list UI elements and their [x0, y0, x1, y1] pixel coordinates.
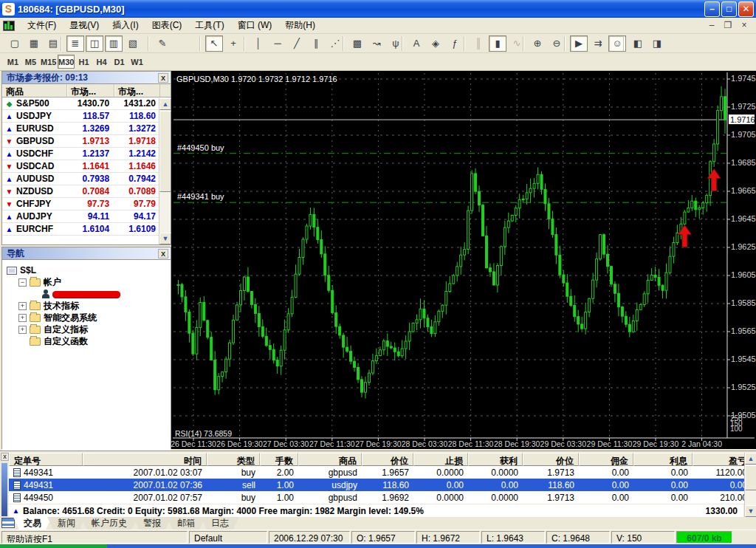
timeframe-m1[interactable]: M1 — [4, 55, 21, 69]
scroll-down-icon[interactable]: ▼ — [745, 505, 756, 517]
nav-item-自定义函数[interactable]: 自定义函数 — [2, 335, 171, 347]
nav-item-account-redacted[interactable] — [2, 288, 171, 300]
mdi-minimize-button[interactable]: – — [706, 21, 718, 31]
arrow-tool-icon[interactable]: ↝ — [368, 35, 385, 52]
quote-row-eurusd[interactable]: ▲EURUSD1.32691.3272 — [2, 123, 159, 135]
nav-item-智能交易系统[interactable]: +智能交易系统 — [2, 312, 171, 323]
vertical-line-icon[interactable]: │ — [250, 35, 267, 52]
menu-item-1[interactable]: 显视(V) — [63, 17, 106, 34]
orders-column-2[interactable]: 类型 — [207, 453, 260, 466]
market-watch-column-1[interactable]: 市场... — [67, 84, 114, 97]
menu-item-0[interactable]: 文件(F) — [21, 17, 63, 34]
menu-item-2[interactable]: 插入(I) — [106, 17, 145, 34]
quote-row-usdjpy[interactable]: ▲USDJPY118.57118.60 — [2, 110, 159, 123]
timeframe-m15[interactable]: M15 — [40, 55, 57, 69]
zoom-in-icon[interactable]: ⊕ — [529, 35, 546, 52]
trendline-icon[interactable]: ╱ — [288, 35, 306, 52]
timeframe-m5[interactable]: M5 — [22, 55, 39, 69]
meta-editor-icon[interactable]: ✎ — [154, 35, 171, 52]
nav-item-自定义指标[interactable]: +自定义指标 — [2, 323, 171, 335]
mdi-restore-button[interactable]: ❐ — [722, 21, 734, 31]
tab-帐户历史[interactable]: 帐户历史 — [81, 517, 137, 530]
close-button[interactable]: ✕ — [738, 1, 754, 17]
menu-item-3[interactable]: 图表(C) — [145, 17, 189, 34]
tab-警报[interactable]: 警报 — [133, 517, 171, 530]
auto-scroll-icon[interactable]: ▶ — [570, 35, 588, 52]
minimize-button[interactable]: – — [704, 1, 720, 17]
terminal-toggle-icon[interactable]: ▥ — [105, 35, 123, 52]
timeframe-m30[interactable]: M30 — [58, 55, 75, 69]
maximize-button[interactable]: □ — [721, 1, 737, 17]
orders-column-5[interactable]: 价位 — [362, 453, 413, 466]
timeframe-d1[interactable]: D1 — [111, 55, 128, 69]
scroll-up-icon[interactable]: ▲ — [745, 453, 756, 465]
candlestick-chart-icon[interactable]: ▮ — [489, 35, 506, 52]
text-tool-icon[interactable]: A — [408, 35, 425, 52]
orders-column-6[interactable]: 止损 — [413, 453, 468, 466]
tab-交易[interactable]: 交易 — [13, 517, 52, 530]
print-icon[interactable]: ▤ — [44, 35, 62, 52]
orders-column-8[interactable]: 价位 — [523, 453, 579, 466]
indicators-icon[interactable]: ƒ — [446, 35, 464, 52]
navigator-toggle-icon[interactable]: ◫ — [86, 35, 103, 52]
channel-icon[interactable]: ∥ — [307, 35, 325, 52]
quote-row-nzdusd[interactable]: ▼NZDUSD0.70840.7089 — [2, 185, 159, 198]
quote-row-audjpy[interactable]: ▲AUDJPY94.1194.17 — [2, 210, 159, 223]
orders-column-9[interactable]: 佣金 — [579, 453, 633, 466]
market-watch-column-0[interactable]: 商品 — [2, 84, 67, 97]
quote-row-usdcad[interactable]: ▼USDCAD1.16411.1646 — [2, 160, 159, 173]
cursor-icon[interactable]: ↖ — [205, 35, 223, 52]
market-watch-caption[interactable]: 市场参考报价: 09:13 x — [2, 72, 171, 84]
expand-icon[interactable]: + — [18, 302, 27, 310]
nav-item-S$L[interactable]: S$L — [2, 264, 171, 276]
timeframe-h1[interactable]: H1 — [75, 55, 92, 69]
orders-column-7[interactable]: 获利 — [468, 453, 523, 466]
tab-新闻[interactable]: 新闻 — [47, 517, 86, 530]
quote-row-eurchf[interactable]: ▲EURCHF1.61041.6109 — [2, 223, 159, 236]
chart-shift-icon[interactable]: ⇉ — [589, 35, 607, 52]
fibonacci-icon[interactable]: ⋰ — [326, 35, 344, 52]
new-order-icon[interactable]: ▧ — [124, 35, 142, 52]
orders-column-3[interactable]: 手数 — [260, 453, 298, 466]
orders-column-0[interactable]: 定单号 — [9, 453, 83, 466]
order-row-449341[interactable]: 4493412007.01.02 03:07buy2.00gbpusd1.965… — [9, 466, 752, 479]
shapes-tool-icon[interactable]: ◈ — [427, 35, 444, 52]
profiles-icon[interactable]: ◧ — [629, 35, 647, 52]
market-watch-close-icon[interactable]: x — [158, 73, 168, 83]
scroll-up-icon[interactable]: ▲ — [159, 98, 171, 110]
orders-column-4[interactable]: 商品 — [298, 453, 362, 466]
crosshair-icon[interactable]: + — [224, 35, 242, 52]
orders-column-10[interactable]: 利息 — [633, 453, 693, 466]
expand-icon[interactable]: + — [18, 314, 27, 322]
navigator-caption[interactable]: 导航 x — [2, 247, 171, 260]
quote-row-s&p500[interactable]: ◆S&P5001430.701431.20 — [2, 97, 159, 110]
new-chart-icon[interactable]: ▢ — [6, 35, 24, 52]
quote-row-gbpusd[interactable]: ▼GBPUSD1.97131.9718 — [2, 135, 159, 148]
timeframe-h4[interactable]: H4 — [93, 55, 110, 69]
orders-column-1[interactable]: 时间 — [83, 453, 207, 466]
order-row-449431[interactable]: 4494312007.01.02 07:36sell1.00usdjpy118.… — [9, 479, 752, 491]
orders-column-11[interactable]: 盈亏 — [693, 453, 752, 466]
navigator-close-icon[interactable]: x — [158, 249, 168, 258]
market-watch-column-2[interactable]: 市场... — [114, 84, 160, 97]
tab-日志[interactable]: 日志 — [201, 517, 239, 530]
terminal-scrollbar[interactable]: ▲ ▼ — [744, 453, 756, 517]
terminal-grip[interactable] — [1, 463, 7, 516]
scroll-down-icon[interactable]: ▼ — [159, 233, 171, 244]
terminal-close-icon[interactable]: x — [1, 453, 9, 461]
quote-row-audusd[interactable]: ▲AUDUSD0.79380.7942 — [2, 173, 159, 185]
market-watch-scrollbar[interactable]: ▲ ▼ — [159, 98, 171, 244]
tab-邮箱[interactable]: 邮箱 — [167, 517, 205, 530]
zoom-out-icon[interactable]: ⊖ — [548, 35, 566, 52]
chart-canvas[interactable]: #449450 buy#449341 buy1.97451.97251.9705… — [171, 71, 756, 449]
save-profile-icon[interactable]: ▦ — [25, 35, 43, 52]
templates-icon[interactable]: ◨ — [648, 35, 666, 52]
market-watch-toggle-icon[interactable]: ≣ — [66, 35, 84, 52]
nav-item-帐户[interactable]: −帐户 — [2, 276, 171, 288]
scroll-thumb[interactable] — [159, 111, 171, 192]
menu-item-6[interactable]: 帮助(H) — [278, 17, 322, 34]
quote-row-usdchf[interactable]: ▲USDCHF1.21371.2142 — [2, 148, 159, 160]
menu-item-4[interactable]: 工具(T) — [188, 17, 230, 34]
nav-item-技术指标[interactable]: +技术指标 — [2, 300, 171, 312]
scroll-thumb[interactable] — [745, 465, 756, 490]
